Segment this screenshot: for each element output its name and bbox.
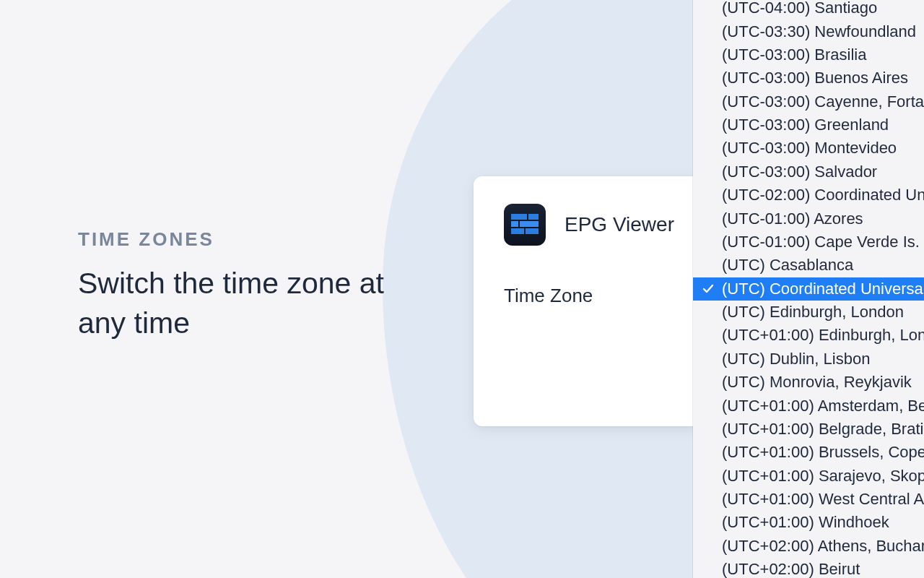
timezone-option[interactable]: (UTC-02:00) Coordinated Universal Time-0… — [693, 184, 924, 207]
app-icon — [504, 204, 546, 246]
timezone-option[interactable]: (UTC+01:00) Edinburgh, London — [693, 324, 924, 347]
svg-rect-5 — [526, 228, 539, 234]
timezone-option-label: (UTC-01:00) Azores — [722, 210, 863, 228]
timezone-option-label: (UTC-03:00) Buenos Aires — [722, 69, 908, 87]
timezone-option-label: (UTC) Monrovia, Reykjavik — [722, 373, 912, 391]
timezone-option-label: (UTC+02:00) Beirut — [722, 560, 860, 578]
timezone-option-label: (UTC) Dublin, Lisbon — [722, 350, 870, 368]
timezone-option-label: (UTC) Casablanca — [722, 256, 853, 274]
svg-rect-3 — [520, 221, 539, 227]
timezone-option-label: (UTC+01:00) Sarajevo, Skopje — [722, 467, 924, 485]
timezone-option-label: (UTC-01:00) Cape Verde Is. — [722, 233, 920, 251]
timezone-option[interactable]: (UTC-01:00) Cape Verde Is. — [693, 230, 924, 254]
svg-rect-4 — [511, 228, 524, 234]
timezone-option-label: (UTC+01:00) Belgrade, Bratislava — [722, 420, 924, 438]
timezone-option-label: (UTC+01:00) Edinburgh, London — [722, 326, 924, 344]
timezone-option[interactable]: (UTC-01:00) Azores — [693, 207, 924, 230]
eyebrow-label: TIME ZONES — [78, 228, 396, 251]
timezone-option[interactable]: (UTC+01:00) Sarajevo, Skopje — [693, 465, 924, 488]
timezone-option-label: (UTC-03:00) Brasilia — [722, 46, 867, 64]
timezone-option[interactable]: (UTC+02:00) Athens, Bucharest — [693, 535, 924, 558]
timezone-option[interactable]: (UTC-03:00) Greenland — [693, 113, 924, 137]
marketing-heading: Switch the time zone at any time — [78, 264, 396, 344]
svg-rect-2 — [511, 221, 518, 227]
grid-icon — [511, 214, 539, 236]
timezone-option-label: (UTC-03:00) Cayenne, Fortaleza — [722, 92, 924, 111]
timezone-option-label: (UTC) Coordinated Universal Time — [722, 280, 924, 298]
timezone-option[interactable]: (UTC-03:00) Montevideo — [693, 137, 924, 160]
timezone-option[interactable]: (UTC+01:00) Amsterdam, Berlin — [693, 394, 924, 417]
timezone-option-label: (UTC+02:00) Athens, Bucharest — [722, 537, 924, 555]
timezone-option[interactable]: (UTC+01:00) Brussels, Copenhagen — [693, 441, 924, 464]
svg-rect-0 — [511, 214, 527, 220]
timezone-option[interactable]: (UTC-04:00) Santiago — [693, 0, 924, 20]
timezone-option[interactable]: (UTC-03:00) Brasilia — [693, 43, 924, 66]
timezone-option[interactable]: (UTC) Casablanca — [693, 254, 924, 277]
timezone-option-label: (UTC-03:00) Greenland — [722, 116, 889, 134]
marketing-copy: TIME ZONES Switch the time zone at any t… — [78, 228, 396, 344]
timezone-option-label: (UTC-02:00) Coordinated Universal Time-0… — [722, 186, 924, 204]
timezone-option[interactable]: (UTC) Coordinated Universal Time — [693, 277, 924, 301]
timezone-option[interactable]: (UTC) Dublin, Lisbon — [693, 348, 924, 371]
timezone-option[interactable]: (UTC-03:00) Buenos Aires — [693, 66, 924, 90]
timezone-option-label: (UTC) Edinburgh, London — [722, 303, 904, 321]
timezone-option-label: (UTC+01:00) Brussels, Copenhagen — [722, 443, 924, 461]
timezone-option[interactable]: (UTC) Edinburgh, London — [693, 301, 924, 324]
checkmark-icon — [702, 282, 715, 296]
timezone-option[interactable]: (UTC-03:30) Newfoundland — [693, 20, 924, 43]
timezone-option-label: (UTC+01:00) West Central Africa — [722, 490, 924, 508]
app-name: EPG Viewer — [565, 213, 674, 236]
dropdown-list: (UTC-04:00) Santiago(UTC-03:30) Newfound… — [693, 0, 924, 578]
timezone-dropdown[interactable]: (UTC-04:00) Santiago(UTC-03:30) Newfound… — [693, 0, 924, 578]
timezone-option[interactable]: (UTC-03:00) Salvador — [693, 160, 924, 184]
timezone-option-label: (UTC-03:30) Newfoundland — [722, 22, 916, 40]
timezone-option[interactable]: (UTC+02:00) Beirut — [693, 558, 924, 578]
timezone-option-label: (UTC-04:00) Santiago — [722, 0, 877, 17]
timezone-option[interactable]: (UTC-03:00) Cayenne, Fortaleza — [693, 90, 924, 113]
timezone-option-label: (UTC-03:00) Montevideo — [722, 139, 897, 157]
timezone-option[interactable]: (UTC) Monrovia, Reykjavik — [693, 371, 924, 394]
timezone-option[interactable]: (UTC+01:00) Windhoek — [693, 511, 924, 534]
timezone-option-label: (UTC+01:00) Windhoek — [722, 513, 889, 531]
timezone-option-label: (UTC-03:00) Salvador — [722, 163, 877, 181]
svg-rect-1 — [528, 214, 539, 220]
timezone-option[interactable]: (UTC+01:00) West Central Africa — [693, 488, 924, 511]
timezone-option[interactable]: (UTC+01:00) Belgrade, Bratislava — [693, 418, 924, 441]
timezone-option-label: (UTC+01:00) Amsterdam, Berlin — [722, 397, 924, 415]
